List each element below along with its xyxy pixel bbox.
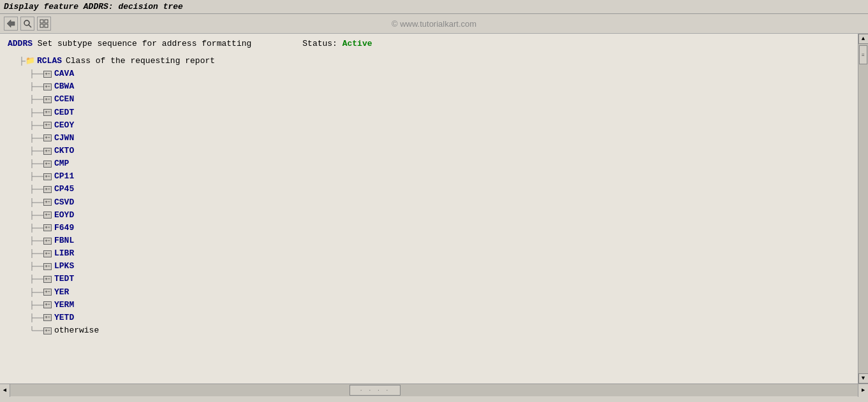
node-key: CMP [54,157,69,170]
node-connector [28,82,43,91]
svg-point-1 [24,20,29,25]
node-connector [28,108,43,117]
toolbar: © www.tutorialkart.com [0,14,868,34]
leaf-expand-icon[interactable]: +− [43,83,52,90]
tree-node: +− CKTO [8,145,850,157]
tree-node: +− CSVD [8,196,850,209]
tree-node: +− CEDT [8,106,850,119]
tree-node: +− CAVA [8,68,850,80]
leaf-expand-icon[interactable]: +− [43,148,52,155]
leaf-expand-icon[interactable]: +− [43,238,52,245]
feature-name: ADDRS [8,39,33,48]
node-key: CJWN [54,132,74,145]
status-value: Active [342,39,372,48]
leaf-expand-icon[interactable]: +− [43,301,52,308]
leaf-expand-icon[interactable]: +− [43,173,52,180]
leaf-expand-icon[interactable]: +− [43,109,52,116]
leaf-expand-icon[interactable]: +− [43,327,52,334]
node-key: YETD [54,312,74,324]
svg-rect-6 [45,24,48,27]
node-connector [28,301,43,310]
leaf-expand-icon[interactable]: +− [43,199,52,206]
leaf-expand-icon[interactable]: +− [43,289,52,296]
node-connector [28,224,43,233]
root-key: RCLAS [37,55,62,68]
node-key: FBNL [54,234,74,247]
node-key: CKTO [54,145,74,157]
right-scrollbar[interactable]: ▲ ≡ ▼ [858,34,868,384]
tree-node: +− CP45 [8,183,850,196]
svg-marker-0 [7,20,15,27]
leaf-expand-icon[interactable]: +− [43,263,52,270]
node-connector [28,326,43,335]
tree-node: +− otherwise [8,324,850,337]
node-key: LIBR [54,247,74,260]
leaf-expand-icon[interactable]: +− [43,186,52,193]
status-area: Status: Active [302,39,372,48]
node-key: CAVA [54,68,74,80]
tree-children: +− CAVA+− CBWA+− CCEN+− CEDT+− CEOY+− CJ… [8,68,850,337]
leaf-expand-icon[interactable]: +− [43,71,52,78]
tree-node: +− TEDT [8,273,850,285]
node-connector [28,69,43,78]
scroll-right-button[interactable]: ► [858,384,868,397]
bottom-scrollbar[interactable]: ◄ · · · · ► [0,384,868,396]
node-key: CP45 [54,183,74,196]
decision-tree: 📁 RCLAS Class of the requesting report +… [8,55,850,337]
svg-rect-4 [45,20,48,23]
node-connector [28,121,43,130]
tree-node: +− CEOY [8,119,850,132]
node-connector [28,313,43,322]
watermark: © www.tutorialkart.com [392,19,476,29]
node-key: CP11 [54,170,74,183]
svg-rect-5 [40,24,43,27]
leaf-expand-icon[interactable]: +− [43,212,52,219]
tree-node: +− FBNL [8,234,850,247]
content-area: ADDRS Set subtype sequence for address f… [0,34,858,384]
bottom-scroll-grip: · · · · [360,387,390,393]
bottom-scroll-track[interactable]: · · · · [10,384,858,396]
scroll-thumb[interactable]: ≡ [859,45,867,64]
search-button[interactable] [20,17,34,31]
node-connector [28,236,43,245]
leaf-expand-icon[interactable]: +− [43,314,52,321]
main-area: ADDRS Set subtype sequence for address f… [0,34,868,384]
scroll-track[interactable]: ≡ [858,44,868,373]
tree-node: +− CMP [8,157,850,170]
node-connector [28,275,43,284]
scroll-grip: ≡ [862,52,865,58]
svg-line-2 [29,25,31,27]
leaf-expand-icon[interactable]: +− [43,161,52,168]
tree-node: +− YETD [8,312,850,324]
settings-button[interactable] [37,17,51,31]
tree-node: +− EOYD [8,209,850,222]
leaf-expand-icon[interactable]: +− [43,134,52,141]
node-key: CSVD [54,196,74,209]
feature-header: ADDRS Set subtype sequence for address f… [8,39,850,48]
leaf-expand-icon[interactable]: +− [43,122,52,129]
node-key: YER [54,286,69,299]
node-key: EOYD [54,209,74,222]
back-button[interactable] [4,17,18,31]
scroll-up-button[interactable]: ▲ [858,34,869,44]
node-connector [28,147,43,155]
leaf-expand-icon[interactable]: +− [43,250,52,257]
leaf-expand-icon[interactable]: +− [43,276,52,283]
node-key: CEOY [54,119,74,132]
scroll-down-button[interactable]: ▼ [858,373,869,384]
bottom-scroll-thumb[interactable]: · · · · [349,385,401,396]
leaf-expand-icon[interactable]: +− [43,224,52,231]
node-connector [28,249,43,258]
tree-root-node: 📁 RCLAS Class of the requesting report [8,55,850,68]
feature-description: Set subtype sequence for address formatt… [38,39,251,48]
svg-rect-3 [40,20,43,23]
tree-node: +− YER [8,286,850,299]
tree-node: +− F649 [8,222,850,234]
leaf-expand-icon[interactable]: +− [43,96,52,103]
tree-node: +− CCEN [8,93,850,106]
scroll-left-button[interactable]: ◄ [0,384,10,397]
node-key: CBWA [54,80,74,93]
tree-node: +− CP11 [8,170,850,183]
node-key: CEDT [54,106,74,119]
node-connector [28,211,43,220]
